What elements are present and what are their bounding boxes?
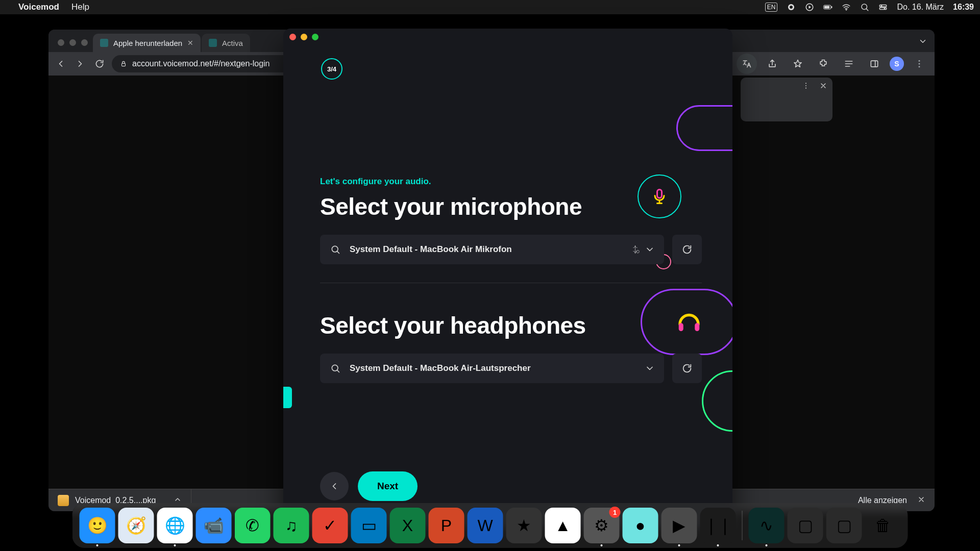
running-indicator bbox=[678, 544, 680, 546]
menubar-help[interactable]: Help bbox=[71, 2, 89, 12]
extensions-icon[interactable] bbox=[813, 54, 834, 74]
dock-app-todoist[interactable]: ✓ bbox=[312, 508, 348, 543]
close-dot[interactable] bbox=[58, 39, 64, 46]
menubar-date[interactable]: Do. 16. März bbox=[897, 3, 944, 12]
menubar-search-icon[interactable] bbox=[860, 3, 869, 12]
popup-menu-icon[interactable] bbox=[802, 82, 810, 90]
tab-activa[interactable]: Activa bbox=[202, 34, 250, 52]
voicemod-traffic-lights[interactable] bbox=[289, 34, 318, 40]
mac-menubar: Voicemod Help EN Do. 16. März 16:39 bbox=[0, 0, 980, 14]
svg-rect-5 bbox=[831, 6, 832, 8]
dock-app-settings[interactable]: ⚙1 bbox=[584, 508, 620, 543]
dock-app-chrome[interactable]: 🌐 bbox=[157, 508, 193, 543]
dock-app-drive[interactable]: ▲ bbox=[545, 508, 581, 543]
tab-favicon bbox=[100, 39, 108, 47]
dock-app-imovie[interactable]: ★ bbox=[506, 508, 542, 543]
tabs-dropdown-icon[interactable] bbox=[918, 37, 927, 48]
dock-app-excel[interactable]: X bbox=[390, 508, 426, 543]
back-button[interactable] bbox=[320, 472, 349, 500]
menubar-time[interactable]: 16:39 bbox=[953, 3, 974, 12]
running-indicator bbox=[174, 544, 176, 546]
running-indicator bbox=[766, 544, 768, 546]
reading-list-icon[interactable] bbox=[839, 54, 859, 74]
menubar-wifi-icon[interactable] bbox=[842, 3, 851, 12]
svg-rect-13 bbox=[871, 61, 877, 67]
dock-app-zoom[interactable]: 📹 bbox=[196, 508, 232, 543]
dock-app-whatsapp[interactable]: ✆ bbox=[235, 508, 271, 543]
chrome-traffic-lights[interactable] bbox=[54, 39, 93, 52]
dock-app-voice-memos[interactable]: ❘❘ bbox=[700, 508, 736, 543]
decorative-square bbox=[283, 387, 292, 408]
fullscreen-dot[interactable] bbox=[81, 39, 88, 46]
pkg-icon bbox=[58, 495, 69, 506]
download-shelf-close-icon[interactable] bbox=[917, 495, 925, 506]
headphones-select-value: System Default - MacBook Air-Lautspreche… bbox=[350, 363, 531, 373]
svg-rect-8 bbox=[880, 5, 887, 7]
svg-point-1 bbox=[790, 6, 793, 9]
menubar-control-center-icon[interactable] bbox=[878, 3, 888, 12]
tab-title: Apple herunterladen bbox=[113, 39, 182, 47]
svg-point-14 bbox=[919, 60, 920, 62]
refresh-icon bbox=[681, 363, 693, 374]
arrow-left-icon bbox=[329, 481, 339, 491]
headphones-select[interactable]: System Default - MacBook Air-Lautspreche… bbox=[320, 354, 664, 383]
menubar-app-name[interactable]: Voicemod bbox=[18, 2, 59, 12]
bookmark-star-icon[interactable] bbox=[788, 54, 808, 74]
next-button[interactable]: Next bbox=[358, 471, 418, 501]
running-indicator bbox=[717, 544, 719, 546]
svg-point-6 bbox=[846, 9, 847, 10]
menubar-play-icon[interactable] bbox=[805, 3, 814, 12]
headphones-heading: Select your headphones bbox=[320, 312, 702, 339]
dock-app-trello[interactable]: ▭ bbox=[351, 508, 387, 543]
svg-point-18 bbox=[805, 85, 806, 86]
headphones-refresh-button[interactable] bbox=[672, 354, 702, 383]
microphone-refresh-button[interactable] bbox=[672, 235, 702, 264]
dock-app-quicktime[interactable]: ▶ bbox=[662, 508, 697, 543]
share-icon[interactable] bbox=[762, 54, 782, 74]
search-icon bbox=[330, 363, 340, 373]
tab-apple-download[interactable]: Apple herunterladen ✕ bbox=[93, 34, 201, 52]
menubar-record-icon[interactable] bbox=[787, 3, 796, 12]
lock-icon bbox=[120, 60, 127, 67]
dock-app-voicemod[interactable]: ∿ bbox=[749, 508, 785, 543]
onboarding-step-indicator: 3/4 bbox=[321, 58, 342, 80]
minimize-dot[interactable] bbox=[69, 39, 76, 46]
microphone-select[interactable]: System Default - MacBook Air Mikrofon bbox=[320, 235, 664, 264]
vm-minimize-dot[interactable] bbox=[301, 34, 307, 40]
chrome-menu-icon[interactable] bbox=[909, 54, 929, 74]
menubar-battery-icon[interactable] bbox=[823, 3, 832, 12]
forward-button[interactable] bbox=[73, 57, 87, 71]
profile-avatar[interactable]: S bbox=[890, 57, 904, 71]
svg-rect-12 bbox=[122, 63, 126, 66]
dock-app-screenshot-b[interactable]: ▢ bbox=[826, 508, 862, 543]
chevron-down-icon bbox=[645, 363, 655, 373]
sidepanel-icon[interactable] bbox=[864, 54, 885, 74]
vm-close-dot[interactable] bbox=[289, 34, 296, 40]
dock-app-powerpoint[interactable]: P bbox=[429, 508, 464, 543]
reload-button[interactable] bbox=[92, 57, 107, 71]
refresh-icon bbox=[681, 244, 693, 255]
cursor-icon bbox=[631, 244, 642, 255]
back-button[interactable] bbox=[54, 57, 68, 71]
omnibox-url: account.voicemod.net/#/nextgen-login bbox=[132, 59, 270, 68]
desktop: Apple herunterladen ✕ Activa account.voi… bbox=[0, 14, 980, 551]
svg-point-19 bbox=[805, 88, 806, 89]
tab-close-icon[interactable]: ✕ bbox=[187, 39, 193, 47]
dock-app-finder[interactable]: 🙂 bbox=[80, 508, 115, 543]
chevron-down-icon bbox=[645, 244, 655, 255]
menubar-lang-icon[interactable]: EN bbox=[765, 3, 778, 12]
dock-separator bbox=[742, 511, 743, 540]
dock-app-siri[interactable]: ● bbox=[623, 508, 658, 543]
dock-app-spotify[interactable]: ♫ bbox=[274, 508, 309, 543]
svg-point-24 bbox=[636, 250, 640, 253]
dock-app-word[interactable]: W bbox=[468, 508, 503, 543]
popup-close-icon[interactable] bbox=[819, 82, 827, 90]
search-icon bbox=[330, 244, 340, 255]
svg-rect-4 bbox=[824, 6, 829, 8]
svg-rect-9 bbox=[880, 8, 887, 10]
dock-app-safari[interactable]: 🧭 bbox=[118, 508, 154, 543]
dock-app-screenshot-a[interactable]: ▢ bbox=[788, 508, 823, 543]
translate-icon[interactable] bbox=[737, 54, 757, 74]
vm-fullscreen-dot[interactable] bbox=[312, 34, 318, 40]
dock-app-trash[interactable]: 🗑 bbox=[865, 508, 901, 543]
